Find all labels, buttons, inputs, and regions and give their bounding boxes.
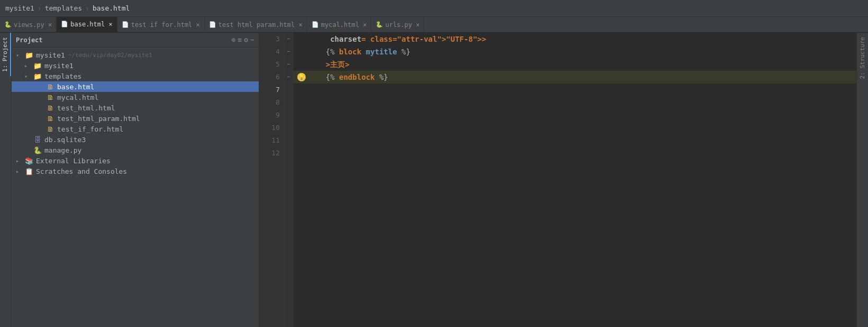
tree-item-mycal-html[interactable]: 🗎mycal.html <box>12 92 259 102</box>
tree-label-test-html-param-html: test_html_param.html <box>57 115 140 123</box>
tab-icon-urls-py: 🐍 <box>376 21 383 28</box>
project-panel-label[interactable]: 1: Project <box>0 33 11 76</box>
tree-icon-mycal-html: 🗎 <box>45 93 55 101</box>
line-num-7: 7 <box>259 83 284 96</box>
tree-label-test-if-for-html: test_if_for.html <box>57 125 123 133</box>
line-num-3: 3 <box>259 33 284 45</box>
tab-test-html-param-html[interactable]: 📄test html param.html × <box>205 17 307 32</box>
tree-icon-manage-py: 🐍 <box>33 146 42 154</box>
tab-urls-py[interactable]: 🐍urls.py × <box>371 17 424 32</box>
tree-arrow-scratches <box>16 169 24 174</box>
code-lines[interactable]: charset= class="attr-val">"UTF-8">> {% b… <box>293 33 856 327</box>
tab-mycal-html[interactable]: 📄mycal.html × <box>307 17 372 32</box>
tab-icon-base-html: 📄 <box>61 21 68 27</box>
code-editor[interactable]: 3456789101112−−−− charset= class="attr-v… <box>259 33 856 327</box>
breadcrumb-templates: templates <box>45 4 82 12</box>
tree-icon-test-if-for-html: 🗎 <box>45 125 55 133</box>
fold-btn-11[interactable]: − <box>285 71 293 83</box>
tab-label-urls-py: urls.py × <box>385 21 419 29</box>
tree-label-templates-folder: templates <box>44 72 81 80</box>
tab-icon-test-html-param-html: 📄 <box>209 21 216 28</box>
tree-arrow-templates-folder <box>24 73 33 79</box>
main-layout: 1: Project Project ⊕ ≡ ⚙ − 📁mysite1~/ted… <box>0 33 868 327</box>
tab-label-test-html-param-html: test html param.html × <box>218 21 303 29</box>
tree-label-scratches: Scratches and Consoles <box>36 167 127 175</box>
side-panel: 1: Project <box>0 33 12 327</box>
tree-icon-mysite1-root: 📁 <box>24 51 34 59</box>
line-content-7: {% endblock %} <box>308 71 388 83</box>
code-line-5: {% block mytitle %} <box>293 45 856 58</box>
tree-label-mycal-html: mycal.html <box>57 94 98 101</box>
tree-label-base-html: base.html <box>57 83 94 91</box>
tree-icon-test-html-param-html: 🗎 <box>45 114 55 123</box>
tree-label-mysite1-folder: mysite1 <box>44 62 74 70</box>
project-panel-title: Project <box>16 36 229 44</box>
bulb-icon-7[interactable]: 💡 <box>297 73 306 81</box>
project-toolbar: ⊕ ≡ ⚙ − <box>232 36 254 44</box>
tree-item-test-if-for-html[interactable]: 🗎test_if_for.html <box>12 124 259 134</box>
tree-icon-mysite1-folder: 📁 <box>33 61 42 70</box>
tree-label-test-html-html: test_html.html <box>57 104 115 112</box>
structure-label[interactable]: 2: Structure <box>857 33 867 83</box>
breadcrumb-sep1: › <box>38 4 42 12</box>
line-num-5: 5 <box>259 58 284 71</box>
sort-icon[interactable]: ≡ <box>238 36 242 44</box>
tab-label-views-py: views.py × <box>14 21 52 29</box>
line-content-5: {% block mytitle %} <box>308 45 410 58</box>
tree-icon-external-libs: 📚 <box>24 156 34 165</box>
structure-panel: 2: Structure <box>856 33 868 327</box>
tab-label-mycal-html: mycal.html × <box>321 21 367 29</box>
line-numbers: 3456789101112 <box>259 33 285 327</box>
settings-icon[interactable]: ⚙ <box>244 36 248 44</box>
breadcrumb-file: base.html <box>93 4 130 12</box>
tree-item-external-libs[interactable]: 📚External Libraries <box>12 155 259 166</box>
tree-item-scratches[interactable]: 📋Scratches and Consoles <box>12 166 259 176</box>
tree-arrow-mysite1-root <box>16 52 24 58</box>
file-tree: 📁mysite1~/tedu/vip/day02/mysite1📁mysite1… <box>12 48 259 327</box>
tab-icon-test-if-for-html: 📄 <box>122 21 129 28</box>
tree-label-db-sqlite3: db.sqlite3 <box>44 136 86 144</box>
tab-views-py[interactable]: 🐍views.py × <box>0 17 57 32</box>
breadcrumb: mysite1 › templates › base.html <box>5 4 130 12</box>
project-panel: Project ⊕ ≡ ⚙ − 📁mysite1~/tedu/vip/day02… <box>12 33 259 327</box>
tab-bar: 🐍views.py ×📄base.html ×📄test if for.html… <box>0 17 868 33</box>
tab-test-if-for-html[interactable]: 📄test if for.html × <box>117 17 205 32</box>
line-num-6: 6 <box>259 71 284 83</box>
tree-arrow-external-libs <box>16 158 24 164</box>
line-num-11: 11 <box>259 134 284 147</box>
fold-btn-3[interactable]: − <box>285 33 293 45</box>
line-content-6: >主页> <box>308 58 350 71</box>
tree-item-mysite1-folder[interactable]: 📁mysite1 <box>12 60 259 71</box>
tab-icon-mycal-html: 📄 <box>312 21 319 28</box>
tree-item-test-html-html[interactable]: 🗎test_html.html <box>12 102 259 113</box>
tree-icon-scratches: 📋 <box>24 167 34 175</box>
tree-arrow-mysite1-folder <box>24 63 33 69</box>
tree-icon-base-html: 🗎 <box>45 82 55 91</box>
project-header: Project ⊕ ≡ ⚙ − <box>12 33 259 48</box>
tree-icon-db-sqlite3: 🗄 <box>33 135 42 144</box>
code-line-10 <box>293 83 856 96</box>
editor-area: 3456789101112−−−− charset= class="attr-v… <box>259 33 856 327</box>
code-line-7: 💡 {% endblock %} <box>293 71 856 83</box>
scope-icon[interactable]: ⊕ <box>232 36 236 44</box>
fold-btn-9[interactable]: − <box>285 58 293 71</box>
line-content-10 <box>308 83 312 96</box>
tab-base-html[interactable]: 📄base.html × <box>57 17 117 32</box>
line-content-4: charset= class="attr-val">"UTF-8">> <box>308 33 486 45</box>
tab-icon-views-py: 🐍 <box>4 21 12 28</box>
tree-icon-test-html-html: 🗎 <box>45 104 55 112</box>
title-bar: mysite1 › templates › base.html <box>0 0 868 17</box>
fold-btn-8[interactable]: − <box>285 45 293 58</box>
tab-label-base-html: base.html × <box>70 21 112 28</box>
tree-item-manage-py[interactable]: 🐍manage.py <box>12 145 259 155</box>
tree-icon-templates-folder: 📁 <box>33 72 42 80</box>
tree-item-mysite1-root[interactable]: 📁mysite1~/tedu/vip/day02/mysite1 <box>12 50 259 60</box>
tree-item-test-html-param-html[interactable]: 🗎test_html_param.html <box>12 113 259 124</box>
line-num-10: 10 <box>259 122 284 134</box>
hide-icon[interactable]: − <box>250 36 254 44</box>
tree-item-templates-folder[interactable]: 📁templates <box>12 71 259 81</box>
tab-label-test-if-for-html: test if for.html × <box>131 21 200 29</box>
tree-item-db-sqlite3[interactable]: 🗄db.sqlite3 <box>12 134 259 145</box>
tree-item-base-html[interactable]: 🗎base.html <box>12 81 259 92</box>
code-line-6: >主页> <box>293 58 856 71</box>
